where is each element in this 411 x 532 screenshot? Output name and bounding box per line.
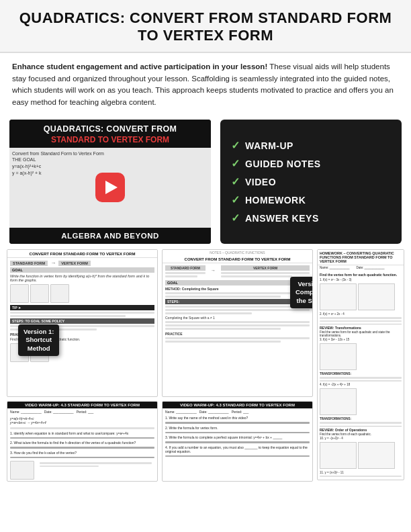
warmup2-q2: 2. Write the formula for vertex form. (163, 425, 312, 431)
hw-line1 (320, 317, 402, 319)
sheet2-goal: GOAL (165, 280, 310, 285)
checklist-item-warmup: ✓ WARM-UP (231, 139, 391, 152)
sheet1-steps-bar: STEPS: to goal some policy (10, 318, 154, 324)
warmup1-equations (7, 459, 157, 481)
sheet2-line8 (165, 328, 281, 330)
arrow-icon2: → (211, 268, 216, 273)
guided-notes-row: Convert from Standard Form to Vertex For… (7, 249, 313, 397)
warmup2-name: Name: ___________ (165, 410, 197, 414)
hw-q2: 2. f(x) = x² + 2x - 4 (320, 312, 402, 316)
checklist-panel: ✓ WARM-UP ✓ GUIDED NOTES ✓ VIDEO ✓ HOMEW… (220, 120, 402, 244)
hw-graphs-row1 (320, 283, 402, 310)
sheet1-tip-bar: TIP ➤ (10, 305, 154, 310)
hw-graph-5 (320, 442, 357, 469)
hw-graph-4 (320, 388, 357, 415)
version2-badge: Version 2: Completingthe Square (290, 277, 313, 308)
warmup1-eq-line2 (40, 466, 99, 468)
play-button[interactable] (95, 173, 125, 202)
page-title: QUADRATICS: CONVERT FROM STANDARD FORM T… (13, 9, 398, 45)
warmup2-header: VIDEO WARM-UP: 4.3 Standard Form to Vert… (163, 402, 312, 408)
homework-card: HOMEWORK – Converting Quadratic Function… (317, 249, 404, 480)
warmup2-period: Period: ___ (232, 410, 249, 414)
hw-trans-line3 (320, 422, 402, 424)
checklist-item-video: ✓ VIDEO (231, 175, 391, 188)
checklist-item-homework: ✓ HOMEWORK (231, 193, 391, 206)
warmup1-bold-line3 (10, 457, 154, 459)
hw-trans-line2 (320, 380, 402, 382)
check-icon-answer-keys: ✓ (231, 212, 240, 224)
warmup1-period: Period: ___ (77, 410, 94, 414)
sheet1-line1 (10, 312, 154, 314)
sheet2-sf-col: STANDARD FORM (165, 265, 205, 279)
warmup1-date: Date: ___________ (44, 410, 74, 414)
sheet2-sf-header: STANDARD FORM (165, 265, 205, 271)
hw-graph-6 (358, 442, 395, 469)
warmup1-q1: 1. identify when equation is in standard… (7, 431, 157, 436)
graph-box-2 (30, 284, 49, 303)
previews-wrapper: Convert from Standard Form to Vertex For… (0, 249, 411, 482)
page-header: QUADRATICS: CONVERT FROM STANDARD FORM T… (0, 0, 411, 53)
checklist-label-homework: HOMEWORK (245, 195, 306, 206)
hw-review-q1: 3. f(x) = 3x² - 12x + 15 (320, 338, 402, 341)
warmup2-bold-line3 (165, 441, 310, 443)
video-title-line2: STANDARD TO VERTEX FORM (15, 135, 205, 144)
hw-graph-1 (320, 283, 357, 310)
sheet2-line4 (165, 309, 310, 311)
check-icon-homework: ✓ (231, 193, 240, 206)
checklist-label-video: VIDEO (245, 177, 276, 187)
version1-badge: Version 1: ShortcutMethod (18, 324, 59, 356)
hw-graphs-row2 (320, 343, 402, 370)
sheet2-method-label: METHOD: Completing the Square (165, 287, 310, 291)
warmup1-q3: 3. How do you find the k-value of the ve… (7, 450, 157, 455)
hw-transformations-label: TRANSFORMATIONS: (320, 372, 402, 375)
warmup1-name: Name: ___________ (10, 410, 42, 414)
hw-instruction: Find the vertex form for each quadratic … (320, 273, 402, 277)
warmup2-q3: 3. Write the formula to complete a perfe… (163, 435, 312, 440)
sheet2-vf-line2 (221, 275, 292, 277)
hw-order-line1 (320, 476, 402, 478)
sheet1-graphs (10, 284, 154, 303)
hw-inner: Find the vertex form for each quadratic … (318, 270, 404, 480)
hw-review-instruction: Find the vertex form for each quadratic … (320, 330, 402, 337)
hw-order-section: REVIEW: Order of Operations (320, 426, 402, 432)
hw-order-q2: 11. y = (x+3)² - 11 (320, 471, 402, 474)
hw-line2 (320, 320, 402, 322)
sheet2-notes-label: NOTES – QUADRATIC FUNCTIONS (163, 250, 312, 255)
warmup-row: VIDEO WARM-UP: 4.3 Standard Form to Vert… (7, 401, 313, 482)
video-title-line1: QUADRATICS: CONVERT FROM (15, 124, 205, 135)
warmup2-bold-line2 (165, 432, 310, 434)
sheet2-sf-line1 (165, 272, 205, 274)
video-preview[interactable]: QUADRATICS: CONVERT FROM STANDARD TO VER… (9, 120, 211, 244)
video-content-area[interactable]: Convert from Standard Form to Vertex For… (9, 148, 211, 228)
warmup1-line1 (10, 427, 154, 429)
checklist-label-answer-keys: ANSWER KEYS (245, 213, 319, 224)
sheet1-goal: GOAL (10, 267, 154, 273)
sheet2-practice-label: PRACTICE (165, 332, 310, 336)
check-icon-warmup: ✓ (231, 139, 240, 152)
sheet2-line3 (165, 306, 310, 308)
warmup2-bold-line4 (165, 455, 310, 457)
hw-q1: 1. f(x) = x² - 3x - (3x - 3) (320, 278, 402, 281)
check-icon-video: ✓ (231, 175, 240, 188)
hw-graph-3 (320, 343, 357, 370)
sheet1-line2 (10, 315, 126, 317)
sheet1-preview: Convert from Standard Form to Vertex For… (7, 249, 158, 397)
sheet2-line6 (165, 321, 310, 323)
hw-trans-line1 (320, 377, 402, 379)
checklist-label-warmup: WARM-UP (245, 140, 293, 151)
description-section: Enhance student engagement and active pa… (0, 53, 411, 116)
warmup2-bold-line1 (165, 422, 310, 424)
hw-review-section: REVIEW: Transformations (320, 324, 402, 330)
checklist-item-guided: ✓ GUIDED NOTES (231, 157, 391, 170)
warmup2-q1: 1. Write say the name of the method used… (163, 415, 312, 420)
right-preview-col: HOMEWORK – Converting Quadratic Function… (317, 249, 404, 480)
left-preview-col: Convert from Standard Form to Vertex For… (7, 249, 313, 482)
hw-meta: Name: ____________ Date: ____________ (318, 265, 404, 270)
sheet2-line2 (165, 296, 281, 298)
video-footer-text: ALGEBRA AND BEYOND (61, 232, 159, 240)
sheet2-practice-line1 (165, 337, 310, 339)
warmup1-bold-line2 (10, 447, 154, 449)
warmup1-header: VIDEO WARM-UP: 4.3 Standard Form to Vert… (7, 402, 157, 408)
sheet2-line1 (165, 292, 310, 294)
middle-row: QUADRATICS: CONVERT FROM STANDARD TO VER… (0, 116, 411, 249)
